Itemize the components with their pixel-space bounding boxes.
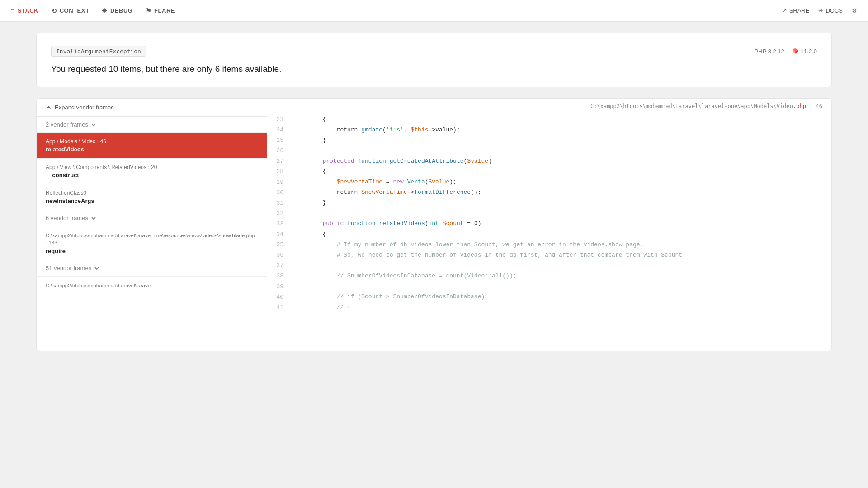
code-ext: .php: [793, 103, 806, 109]
expand-icon: [46, 104, 52, 111]
line-code-26: [290, 145, 831, 156]
frame-item-construct[interactable]: App \ View \ Components \ RelatedVideos …: [37, 159, 267, 184]
code-line-37: 37: [267, 260, 831, 271]
stack-panel: Expand vendor frames 2 vendor frames App…: [36, 98, 832, 351]
line-num-38: 38: [267, 271, 290, 281]
vendor-frames-row-1[interactable]: 2 vendor frames: [37, 117, 267, 133]
main-content: InvalidArgumentException PHP 8.2.12 11.2…: [0, 22, 868, 362]
vendor-frames-3-label: 51 vendor frames: [46, 265, 91, 272]
nav-left: ≡ STACK ⟲ CONTEXT ✳ DEBUG ⚑ FLARE: [11, 5, 782, 16]
line-code-28: {: [290, 166, 831, 177]
code-line-25: 25 }: [267, 135, 831, 145]
line-code-39: [290, 282, 831, 292]
code-file-path: C:\xampp2\htdocs\mohammad\Laravel\larave…: [267, 99, 831, 114]
frame-method-1: relatedVideos: [46, 146, 258, 153]
settings-button[interactable]: ⚙: [852, 7, 857, 14]
frame-item-truncated[interactable]: C:\xampp2\htdocs\mohammad\Laravel\larave…: [37, 277, 267, 296]
line-num-29: 29: [267, 177, 290, 188]
line-code-41: // {: [290, 302, 831, 313]
laravel-icon-svg: [792, 48, 799, 55]
nav-stack[interactable]: ≡ STACK: [11, 5, 38, 16]
vendor-frames-row-2[interactable]: 6 vendor frames: [37, 210, 267, 226]
chevron-down-icon-2: [91, 216, 96, 221]
line-num-24: 24: [267, 125, 290, 135]
line-num-30: 30: [267, 188, 290, 198]
exception-meta: PHP 8.2.12 11.2.0: [755, 48, 817, 55]
code-line-36: 36 # So, we need to get the number of vi…: [267, 250, 831, 260]
chevron-down-icon-3: [94, 266, 99, 271]
line-num-35: 35: [267, 239, 290, 250]
nav-debug[interactable]: ✳ DEBUG: [102, 5, 132, 16]
flare-icon: ⚑: [146, 7, 152, 14]
gear-icon: ⚙: [852, 7, 857, 14]
nav-debug-label: DEBUG: [110, 7, 133, 14]
code-line-26: 26: [267, 145, 831, 156]
nav-flare-label: FLARE: [154, 7, 175, 14]
vendor-frames-row-3[interactable]: 51 vendor frames: [37, 260, 267, 277]
frame-item-reflection[interactable]: ReflectionClass0 newInstanceArgs: [37, 184, 267, 210]
code-panel: C:\xampp2\htdocs\mohammad\Laravel\larave…: [267, 99, 831, 351]
line-num-34: 34: [267, 229, 290, 239]
code-table: 23 { 24 return gmdate('i:s', $this->valu…: [267, 114, 831, 313]
line-code-23: {: [290, 114, 831, 125]
line-code-34: {: [290, 229, 831, 239]
line-num-40: 40: [267, 292, 290, 302]
code-line-27: 27 protected function getCreatedAtAttrib…: [267, 156, 831, 166]
docs-label: DOCS: [826, 7, 843, 14]
frame-item-require[interactable]: C:\xampp2\htdocs\mohammad\Laravel\larave…: [37, 226, 267, 260]
code-line-34: 34 {: [267, 229, 831, 239]
frame-method-3: newInstanceArgs: [46, 197, 258, 204]
code-line-31: 31 }: [267, 198, 831, 208]
line-code-36: # So, we need to get the number of video…: [290, 250, 831, 260]
line-num-28: 28: [267, 166, 290, 177]
frame-method-2: __construct: [46, 172, 258, 178]
php-version: PHP 8.2.12: [755, 48, 784, 55]
line-code-38: // $numberOfVideosInDatabase = count(Vid…: [290, 271, 831, 281]
code-line-40: 40 // if ($count > $numberOfVideosInData…: [267, 292, 831, 302]
nav-context[interactable]: ⟲ CONTEXT: [51, 5, 89, 16]
frame-path-1: App \ Models \ Video : 46: [46, 138, 258, 145]
code-line-30: 30 return $newVertaTime->formatDifferenc…: [267, 188, 831, 198]
nav-right: ↗ SHARE ✳ DOCS ⚙: [782, 7, 857, 14]
frame-path-3: ReflectionClass0: [46, 190, 258, 196]
nav-flare[interactable]: ⚑ FLARE: [146, 5, 175, 16]
code-line-28: 28 {: [267, 166, 831, 177]
line-num-26: 26: [267, 145, 290, 156]
frame-path-long-1: C:\xampp2\htdocs\mohammad\Laravel\larave…: [46, 232, 258, 246]
share-label: SHARE: [789, 7, 810, 14]
code-line-41: 41 // {: [267, 302, 831, 313]
line-code-31: }: [290, 198, 831, 208]
line-code-35: # If my number of db videos lower than $…: [290, 239, 831, 250]
exception-card: InvalidArgumentException PHP 8.2.12 11.2…: [36, 33, 832, 87]
line-code-32: [290, 208, 831, 219]
code-line-24: 24 return gmdate('i:s', $this->value);: [267, 125, 831, 135]
code-tbody: 23 { 24 return gmdate('i:s', $this->valu…: [267, 114, 831, 313]
share-button[interactable]: ↗ SHARE: [782, 7, 810, 14]
nav-context-label: CONTEXT: [60, 7, 90, 14]
code-line-32: 32: [267, 208, 831, 219]
stack-icon: ≡: [11, 7, 15, 14]
line-num-27: 27: [267, 156, 290, 166]
line-code-27: protected function getCreatedAtAttribute…: [290, 156, 831, 166]
line-num-36: 36: [267, 250, 290, 260]
line-num-41: 41: [267, 302, 290, 313]
line-code-29: $newVertaTime = new Verta($value);: [290, 177, 831, 188]
exception-header: InvalidArgumentException PHP 8.2.12 11.2…: [51, 46, 817, 57]
top-navigation: ≡ STACK ⟲ CONTEXT ✳ DEBUG ⚑ FLARE ↗ SHAR…: [0, 0, 868, 22]
line-code-30: return $newVertaTime->formatDifference()…: [290, 188, 831, 198]
frame-method-5: require: [46, 248, 258, 254]
docs-button[interactable]: ✳ DOCS: [818, 7, 843, 14]
code-line-38: 38 // $numberOfVideosInDatabase = count(…: [267, 271, 831, 281]
context-icon: ⟲: [51, 7, 57, 14]
exception-message: You requested 10 items, but there are on…: [51, 64, 817, 74]
exception-badge: InvalidArgumentException: [51, 46, 146, 57]
vendor-frames-2-label: 6 vendor frames: [46, 215, 88, 221]
debug-icon: ✳: [102, 7, 108, 14]
line-code-40: // if ($count > $numberOfVideosInDatabas…: [290, 292, 831, 302]
expand-vendor-button[interactable]: Expand vendor frames: [37, 99, 267, 117]
code-path-text: C:\xampp2\htdocs\mohammad\Laravel\larave…: [590, 103, 793, 109]
frame-item-related-videos[interactable]: App \ Models \ Video : 46 relatedVideos: [37, 133, 267, 159]
line-num-33: 33: [267, 219, 290, 229]
expand-vendor-label: Expand vendor frames: [55, 104, 114, 111]
docs-icon: ✳: [818, 7, 823, 14]
